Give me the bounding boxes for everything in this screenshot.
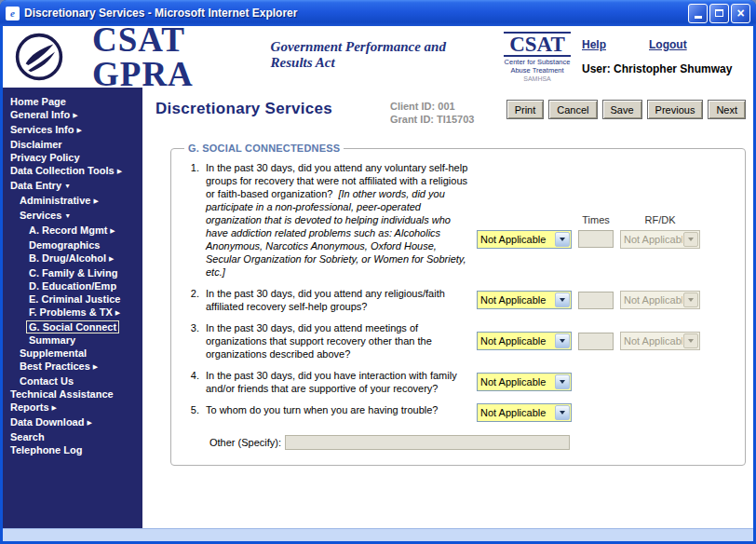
question-row-2: 2. In the past 30 days, did you attend a… (184, 287, 734, 313)
client-id: Client ID: 001 (390, 100, 474, 113)
sidebar-item-telephone-log[interactable]: Telephone Log (3, 443, 142, 456)
q5-response-select[interactable]: Not Applicable (477, 403, 572, 422)
q1-times-input (578, 230, 614, 248)
sidebar-item-privacy-policy[interactable]: Privacy Policy (3, 151, 142, 164)
submenu-arrow-icon (117, 168, 122, 174)
logout-link[interactable]: Logout (649, 38, 687, 51)
sidebar-item-administrative[interactable]: Administrative (3, 194, 142, 209)
page-header-row: Discretionary Services Client ID: 001 Gr… (142, 88, 753, 126)
horizontal-scrollbar[interactable] (3, 528, 753, 541)
help-link[interactable]: Help (582, 38, 606, 51)
question-4-number: 4. (184, 369, 199, 382)
q4-response-select[interactable]: Not Applicable (477, 373, 572, 391)
submenu-arrow-icon (87, 419, 91, 426)
sidebar-item-technical-assistance[interactable]: Technical Assistance (3, 388, 142, 401)
question-1-number: 1. (184, 161, 199, 174)
question-3-text: In the past 30 days, did you attend meet… (206, 321, 470, 360)
submenu-arrow-icon (73, 112, 77, 118)
submenu-arrow-icon (115, 309, 120, 316)
brand-title: CSAT GPRA (92, 26, 258, 91)
user-label: User: Christopher Shumway (582, 62, 740, 75)
window-title: Discretionary Services - Microsoft Inter… (24, 7, 688, 20)
sidebar-item-reports[interactable]: Reports (3, 401, 142, 415)
grant-id: Grant ID: TI15703 (390, 113, 474, 126)
submenu-arrow-icon (93, 363, 98, 370)
close-button[interactable]: × (731, 4, 750, 23)
dropdown-arrow-icon (683, 333, 698, 348)
q2-response-select[interactable]: Not Applicable (477, 291, 572, 309)
ie-page-icon: e (6, 7, 20, 20)
sidebar-item-data-download[interactable]: Data Download (3, 415, 142, 430)
app-header: CSAT GPRA Government Performance and Res… (3, 26, 753, 88)
other-specify-label: Other (Specify): (203, 437, 281, 448)
sidebar-item-criminal-justice[interactable]: E. Criminal Justice (3, 292, 142, 306)
sidebar-item-services[interactable]: Services (3, 209, 142, 224)
hhs-logo (14, 32, 64, 82)
dropdown-arrow-icon (555, 405, 570, 420)
dropdown-arrow-icon (683, 292, 698, 307)
minimize-icon (695, 16, 702, 19)
sidebar-item-demographics[interactable]: Demographics (3, 238, 142, 252)
csat-seal-line2: Abuse Treatment (510, 66, 563, 75)
sidebar-item-contact-us[interactable]: Contact Us (3, 374, 142, 388)
sidebar-nav: Home Page General Info Services Info Dis… (3, 88, 142, 528)
sidebar-item-drug-alcohol[interactable]: B. Drug/Alcohol (3, 252, 142, 266)
submenu-arrow-icon (52, 404, 57, 411)
header-right: Help Logout User: Christopher Shumway (582, 38, 746, 75)
dropdown-arrow-icon (555, 292, 570, 307)
question-2-number: 2. (184, 287, 199, 300)
sidebar-item-data-entry[interactable]: Data Entry (3, 179, 142, 194)
sidebar-item-summary[interactable]: Summary (3, 333, 142, 347)
sidebar-item-problems-tx[interactable]: F. Problems & TX (3, 306, 142, 320)
brand-subtitle: Government Performance and Results Act (271, 39, 468, 71)
question-row-4: 4. In the past 30 days, did you have int… (184, 369, 734, 395)
previous-button[interactable]: Previous (647, 100, 704, 119)
sidebar-item-search[interactable]: Search (3, 430, 142, 443)
question-2-text: In the past 30 days, did you attend any … (206, 287, 470, 313)
sidebar-item-social-connect[interactable]: G. Social Connect (3, 320, 142, 333)
q3-response-select[interactable]: Not Applicable (477, 332, 572, 350)
expanded-arrow-icon (64, 212, 71, 219)
submenu-arrow-icon (109, 255, 114, 262)
question-5-number: 5. (184, 403, 199, 416)
save-button[interactable]: Save (602, 100, 642, 119)
restore-icon (715, 9, 723, 17)
sidebar-item-best-practices[interactable]: Best Practices (3, 360, 142, 374)
sidebar-item-services-info[interactable]: Services Info (3, 123, 142, 138)
print-button[interactable]: Print (506, 100, 545, 119)
cancel-button[interactable]: Cancel (548, 100, 597, 119)
sidebar-item-general-info[interactable]: General Info (3, 108, 142, 123)
section-legend: G. SOCIAL CONNECTEDNESS (184, 143, 344, 154)
dropdown-arrow-icon (683, 232, 698, 247)
question-4-text: In the past 30 days, did you have intera… (206, 369, 470, 395)
times-column-header: Times (578, 213, 614, 226)
submenu-arrow-icon (93, 197, 98, 204)
dropdown-arrow-icon (555, 374, 570, 389)
sidebar-item-home-page[interactable]: Home Page (3, 95, 142, 108)
sidebar-item-record-mgmt[interactable]: A. Record Mgmt (3, 224, 142, 238)
sidebar-item-family-living[interactable]: C. Family & Living (3, 266, 142, 279)
csat-seal-line1: Center for Substance (505, 58, 571, 66)
window-content: CSAT GPRA Government Performance and Res… (3, 26, 753, 541)
maximize-button[interactable] (709, 4, 729, 23)
minimize-button[interactable] (688, 4, 708, 23)
browser-window: e Discretionary Services - Microsoft Int… (0, 0, 756, 544)
question-row-3: 3. In the past 30 days, did you attend m… (184, 321, 734, 360)
question-row-5: 5. To whom do you turn when you are havi… (184, 403, 734, 422)
main-content: Discretionary Services Client ID: 001 Gr… (142, 88, 753, 528)
q1-response-select[interactable]: Not Applicable (477, 230, 572, 249)
other-specify-row: Other (Specify): (184, 435, 734, 450)
next-button[interactable]: Next (708, 100, 746, 119)
record-ids: Client ID: 001 Grant ID: TI15703 (390, 100, 474, 126)
sidebar-item-disclaimer[interactable]: Disclaimer (3, 138, 142, 151)
toolbar: Print Cancel Save Previous Next (506, 100, 746, 119)
submenu-arrow-icon (110, 227, 115, 234)
question-1-note: [In other words, did you participate in … (206, 188, 466, 278)
title-bar[interactable]: e Discretionary Services - Microsoft Int… (0, 0, 756, 26)
q3-rfdk-select: Not Applicable (620, 332, 700, 350)
sidebar-item-data-collection-tools[interactable]: Data Collection Tools (3, 164, 142, 179)
submenu-arrow-icon (76, 127, 81, 133)
sidebar-item-supplemental[interactable]: Supplemental (3, 347, 142, 360)
sidebar-item-education-emp[interactable]: D. Education/Emp (3, 279, 142, 292)
csat-seal: CSAT Center for Substance Abuse Treatmen… (493, 32, 582, 82)
